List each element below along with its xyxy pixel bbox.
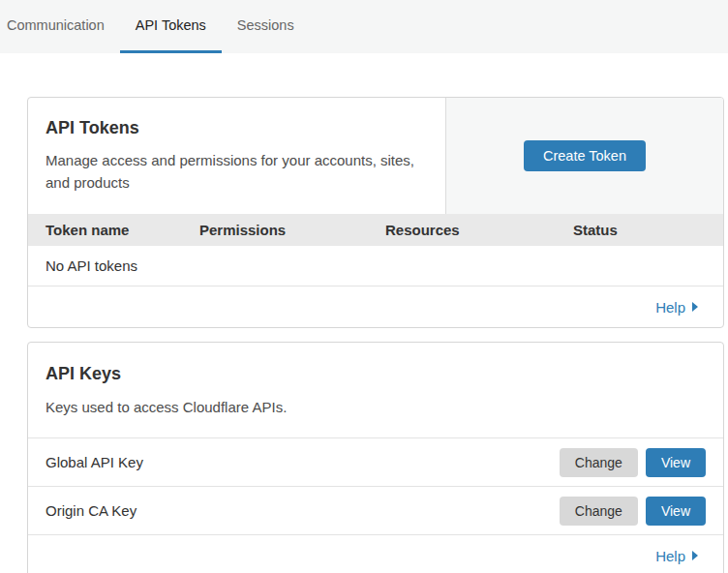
tokens-empty-state-row: No API tokens	[28, 246, 723, 286]
tab-sessions[interactable]: Sessions	[222, 0, 310, 53]
api-tokens-help-link[interactable]: Help	[655, 299, 698, 316]
api-keys-card: API Keys Keys used to access Cloudflare …	[27, 342, 724, 573]
api-tokens-action-panel: Create Token	[446, 98, 723, 214]
view-origin-ca-key-button[interactable]: View	[646, 497, 706, 526]
key-row-origin-ca-key: Origin CA Key Change View	[28, 487, 723, 535]
key-row-actions: Change View	[560, 497, 706, 526]
api-tokens-title: API Tokens	[46, 118, 428, 138]
tab-communication[interactable]: Communication	[0, 0, 120, 53]
help-link-label: Help	[655, 299, 685, 316]
column-header-permissions: Permissions	[199, 222, 385, 238]
key-row-actions: Change View	[560, 448, 706, 477]
column-header-resources: Resources	[385, 222, 573, 238]
create-token-button[interactable]: Create Token	[524, 140, 646, 171]
api-tokens-card-header: API Tokens Manage access and permissions…	[28, 98, 723, 214]
key-row-global-api-key: Global API Key Change View	[28, 438, 723, 487]
change-origin-ca-key-button[interactable]: Change	[560, 497, 638, 526]
tab-api-tokens[interactable]: API Tokens	[120, 0, 222, 53]
help-link-label: Help	[655, 548, 685, 564]
api-keys-help-link[interactable]: Help	[655, 548, 698, 564]
api-tokens-header-text: API Tokens Manage access and permissions…	[28, 98, 446, 214]
api-tokens-card: API Tokens Manage access and permissions…	[27, 97, 724, 328]
settings-tab-bar: Communication API Tokens Sessions	[0, 0, 728, 53]
api-tokens-description: Manage access and permissions for your a…	[46, 149, 428, 195]
help-arrow-icon	[692, 302, 698, 312]
column-header-token-name: Token name	[46, 222, 199, 238]
key-name-label: Global API Key	[46, 454, 143, 470]
api-keys-card-footer: Help	[28, 535, 723, 573]
api-keys-description: Keys used to access Cloudflare APIs.	[46, 396, 429, 418]
view-global-api-key-button[interactable]: View	[646, 448, 706, 477]
tokens-empty-message: No API tokens	[46, 257, 137, 274]
api-keys-card-header: API Keys Keys used to access Cloudflare …	[28, 343, 723, 438]
key-name-label: Origin CA Key	[46, 502, 136, 519]
api-tokens-card-footer: Help	[28, 286, 723, 327]
change-global-api-key-button[interactable]: Change	[560, 448, 638, 477]
help-arrow-icon	[692, 551, 698, 560]
column-header-status: Status	[573, 222, 706, 238]
api-keys-title: API Keys	[46, 364, 706, 384]
tokens-table-header-row: Token name Permissions Resources Status	[28, 214, 723, 246]
